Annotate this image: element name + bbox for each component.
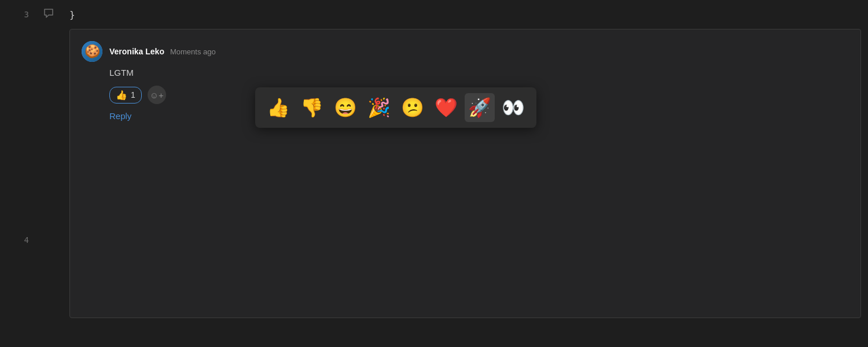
comment-panel-space xyxy=(0,29,35,226)
avatar: 🍪 xyxy=(82,41,102,62)
avatar-image: 🍪 xyxy=(82,41,102,62)
comment-header: 🍪 Veronika Leko Moments ago xyxy=(82,41,849,62)
line-number-3: 3 xyxy=(0,0,35,29)
comment-icon-row[interactable] xyxy=(35,0,62,29)
emoji-thumbsup[interactable]: 👍 xyxy=(263,93,293,122)
timestamp: Moments ago xyxy=(170,47,216,56)
thumbsup-emoji: 👍 xyxy=(116,90,127,101)
code-line-4 xyxy=(62,318,868,347)
icon-area xyxy=(35,0,62,347)
comment-panel: 🍪 Veronika Leko Moments ago LGTM 👍 1 ☺+ xyxy=(69,29,861,318)
emoji-picker: 👍 👎 😄 🎉 😕 ❤️ 🚀 👀 xyxy=(255,87,536,128)
thumbsup-reaction-button[interactable]: 👍 1 xyxy=(109,87,142,104)
emoji-party[interactable]: 🎉 xyxy=(364,93,394,122)
line-number-4: 4 xyxy=(0,226,35,254)
line-gutter: 3 4 xyxy=(0,0,35,347)
emoji-eyes[interactable]: 👀 xyxy=(498,93,528,122)
reaction-count: 1 xyxy=(131,90,135,99)
add-reaction-button[interactable]: ☺+ xyxy=(148,86,166,104)
emoji-confused[interactable]: 😕 xyxy=(398,93,428,122)
closing-brace: } xyxy=(69,9,75,20)
emoji-grinning[interactable]: 😄 xyxy=(330,93,361,122)
comment-body: LGTM xyxy=(109,68,849,77)
comment-meta: Veronika Leko Moments ago xyxy=(109,47,216,56)
code-line-3: } xyxy=(62,0,868,29)
emoji-heart[interactable]: ❤️ xyxy=(431,93,461,122)
comment-icon[interactable] xyxy=(43,8,54,21)
editor-container: 3 4 } xyxy=(0,0,868,347)
author-name: Veronika Leko xyxy=(109,47,164,56)
emoji-thumbsdown[interactable]: 👎 xyxy=(297,93,327,122)
smiley-plus-icon: ☺+ xyxy=(150,90,164,100)
reply-button[interactable]: Reply xyxy=(109,111,131,121)
editor-content: } 🍪 Veronika Leko Moments ago LGTM xyxy=(62,0,868,347)
emoji-rocket[interactable]: 🚀 xyxy=(465,93,495,122)
